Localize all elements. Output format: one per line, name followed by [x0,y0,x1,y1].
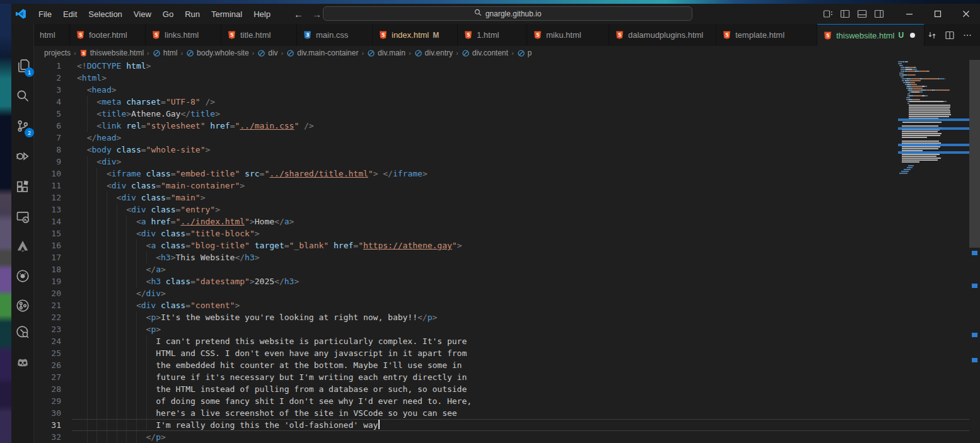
more-actions-icon[interactable] [960,28,975,43]
line-number[interactable]: 32 [34,431,61,443]
menu-terminal[interactable]: Terminal [206,8,248,21]
tab-dalamudplugins-html[interactable]: 5dalamudplugins.html [609,24,716,46]
line-number[interactable]: 18 [34,263,61,275]
tab-thiswebsite-html[interactable]: 5thiswebsite.htmlU [817,24,925,46]
code-line-5[interactable]: 5<title>Athene.Gay</title> [34,108,947,120]
code-line-24[interactable]: 24I can't pretend this website is partic… [34,335,947,347]
extension-a-icon[interactable] [13,236,33,256]
line-number[interactable]: 25 [34,347,61,359]
code-line-7[interactable]: 7</head> [34,132,947,144]
minimap[interactable] [898,60,969,443]
window-close-button[interactable] [952,4,980,24]
line-number[interactable]: 23 [34,323,61,335]
tab-miku-html[interactable]: 5miku.html [527,24,609,46]
code-line-32[interactable]: 32</p> [34,431,947,443]
github-icon[interactable] [13,266,33,286]
tab-title-html[interactable]: 5title.html [221,24,297,46]
breadcrumb-item-div-content[interactable]: div.content [462,49,508,57]
breadcrumb-item-thiswebsite-html[interactable]: 5thiswebsite.html [79,49,144,57]
code-line-23[interactable]: 23<p> [34,323,947,335]
code-line-25[interactable]: 25HTML and CSS. I don't even have any ja… [34,347,947,359]
code-line-29[interactable]: 29of doing some fancy shit I don't see w… [34,395,947,407]
breadcrumb-item-div-main-container[interactable]: div.main-container [286,49,358,57]
line-number[interactable]: 3 [34,84,61,96]
line-number[interactable]: 6 [34,120,61,132]
explorer-icon[interactable]: 1 [13,55,33,76]
vertical-scrollbar[interactable] [969,60,980,443]
code-line-27[interactable]: 27future if it's necessary but I'm writi… [34,371,947,383]
code-line-14[interactable]: 14<a href="../index.html">Home</a> [34,216,947,227]
code-line-4[interactable]: 4<meta charset="UTF-8" /> [34,96,947,108]
code-line-21[interactable]: 21<div class="content"> [34,299,947,311]
menu-edit[interactable]: Edit [57,8,83,21]
toggle-panel-icon[interactable] [853,6,870,21]
customize-layout-icon[interactable] [819,6,836,21]
menu-run[interactable]: Run [179,8,206,21]
line-number[interactable]: 21 [34,299,61,311]
tab-main-css[interactable]: 3main.css [297,24,373,46]
code-line-28[interactable]: 28the HTML instead of pulling from a dat… [34,383,947,395]
tab-html[interactable]: html [34,24,70,46]
breadcrumb-item-p[interactable]: p [517,49,532,57]
line-number[interactable]: 8 [34,144,61,156]
nav-forward-icon[interactable]: → [312,9,322,20]
breadcrumb-item-div-entry[interactable]: div.entry [414,49,453,57]
line-number[interactable]: 20 [34,287,61,299]
line-number[interactable]: 12 [34,192,61,204]
line-number[interactable]: 4 [34,96,61,108]
menu-view[interactable]: View [128,8,157,21]
code-line-26[interactable]: 26the embedded hit counter at the bottom… [34,359,947,371]
code-line-18[interactable]: 18</a> [34,263,947,275]
line-number[interactable]: 15 [34,227,61,239]
line-number[interactable]: 16 [34,239,61,251]
godot-tools-icon[interactable] [13,352,33,372]
breadcrumb-item-projects[interactable]: projects [44,49,71,57]
code-line-6[interactable]: 6<link rel="stylesheet" href="../main.cs… [34,120,947,132]
tab-links-html[interactable]: 5links.html [146,24,221,46]
unsaved-dot-icon[interactable] [910,33,915,38]
line-number[interactable]: 30 [34,407,61,419]
line-number[interactable]: 13 [34,204,61,216]
code-line-11[interactable]: 11<div class="main-container"> [34,180,947,192]
code-line-10[interactable]: 10<iframe class="embed-title" src="../sh… [34,168,947,180]
breadcrumb-item-html[interactable]: html [153,49,178,57]
line-number[interactable]: 9 [34,156,61,168]
toggle-secondary-sidebar-icon[interactable] [870,6,887,21]
tab-index-html[interactable]: 5index.htmlM [373,24,458,46]
code-line-17[interactable]: 17<h3>This Website</h3> [34,251,947,263]
line-number[interactable]: 2 [34,72,61,84]
line-number[interactable]: 7 [34,132,61,144]
menu-file[interactable]: File [33,8,57,21]
window-minimize-button[interactable] [895,4,923,24]
command-center-search[interactable]: gnargle.github.io [323,6,692,21]
code-line-3[interactable]: 3<head> [34,84,947,96]
line-number[interactable]: 19 [34,275,61,287]
code-line-22[interactable]: 22<p>It's the website you're looking at … [34,311,947,323]
menu-go[interactable]: Go [157,8,179,21]
line-number[interactable]: 10 [34,168,61,180]
extensions-icon[interactable] [13,176,33,197]
code-line-20[interactable]: 20</div> [34,287,947,299]
search-icon[interactable] [13,86,33,106]
menu-help[interactable]: Help [248,8,276,21]
line-number[interactable]: 24 [34,335,61,347]
line-number[interactable]: 28 [34,383,61,395]
code-line-8[interactable]: 8<body class="whole-site"> [34,144,947,156]
code-line-16[interactable]: 16<a class="blog-title" target="_blank" … [34,239,947,251]
gitlens-inspect-icon[interactable] [13,322,33,342]
line-number[interactable]: 11 [34,180,61,192]
code-line-2[interactable]: 2<html> [34,72,947,84]
line-number[interactable]: 14 [34,216,61,227]
menu-selection[interactable]: Selection [83,8,127,21]
code-line-19[interactable]: 19<h3 class="datestamp">2025</h3> [34,275,947,287]
split-editor-icon[interactable] [942,28,957,43]
window-maximize-button[interactable] [923,4,952,24]
tab-1-html[interactable]: 51.html [458,24,527,46]
line-number[interactable]: 22 [34,311,61,323]
line-number[interactable]: 17 [34,251,61,263]
line-number[interactable]: 1 [34,60,61,72]
line-number[interactable]: 27 [34,371,61,383]
toggle-primary-sidebar-icon[interactable] [836,6,853,21]
gitlens-icon[interactable] [13,296,33,316]
source-control-icon[interactable]: 2 [13,116,33,136]
